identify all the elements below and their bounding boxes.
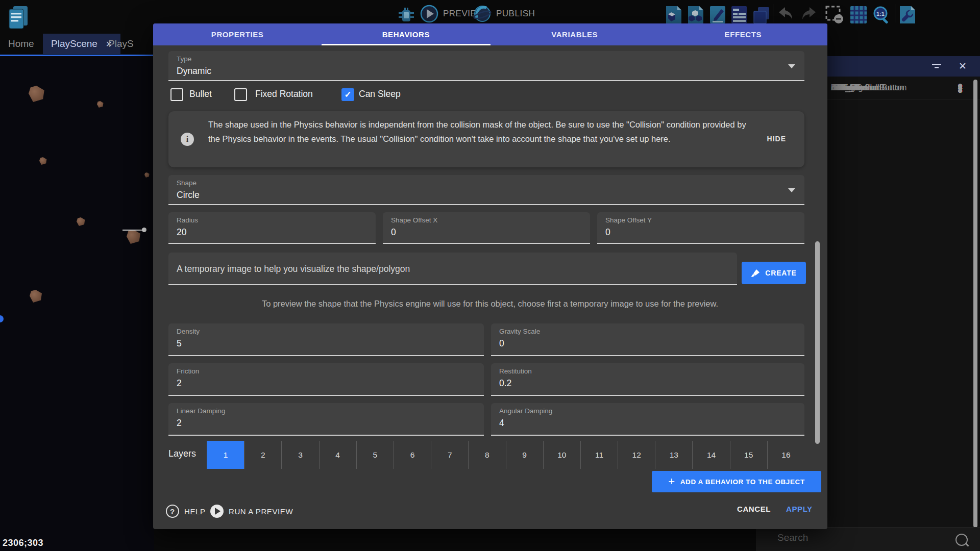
tab-properties[interactable]: PROPERTIES (153, 23, 322, 45)
layer-button[interactable]: 9 (506, 441, 543, 469)
create-button[interactable]: CREATE (742, 262, 806, 284)
layer-button[interactable]: 11 (580, 441, 618, 469)
bullet-label: Bullet (189, 89, 212, 99)
number-field[interactable]: Gravity Scale 0 (491, 323, 804, 356)
number-field[interactable]: Angular Damping 4 (491, 403, 804, 436)
info-text: The shape used in the Physics behavior i… (208, 118, 749, 146)
type-select[interactable]: Type Dynamic (168, 51, 804, 81)
objects-icon[interactable] (665, 5, 682, 24)
number-field[interactable]: Density 5 (168, 323, 484, 356)
toolbar-divider (773, 4, 773, 22)
layer-button[interactable]: 13 (655, 441, 692, 469)
project-manager-icon[interactable] (6, 4, 31, 30)
physics-props-grid: Density 5 Gravity Scale 0 Friction 2 Res… (168, 323, 804, 436)
publish-label: PUBLISH (496, 9, 535, 19)
tab-home-label: Home (8, 38, 34, 49)
layer-button[interactable]: 4 (319, 441, 356, 469)
publish-button[interactable]: PUBLISH (473, 4, 535, 23)
layers-strip: 1 2 3 4 5 6 7 8 9 10 (207, 441, 804, 469)
temp-image-field[interactable]: A temporary image to help you visualize … (168, 253, 737, 285)
events-icon[interactable] (730, 5, 748, 24)
tools-icon[interactable] (899, 5, 916, 24)
layers-label: Layers (168, 448, 196, 459)
tab-behaviors[interactable]: BEHAVIORS (322, 23, 490, 45)
layer-button[interactable]: 5 (356, 441, 394, 469)
number-field[interactable]: Restitution 0.2 (491, 363, 804, 396)
type-label: Type (177, 55, 191, 63)
number-field[interactable]: Radius 20 (168, 212, 376, 244)
hide-button[interactable]: HIDE (767, 135, 786, 143)
number-field[interactable]: Friction 2 (168, 363, 484, 396)
tab-effects[interactable]: EFFECTS (659, 23, 827, 45)
object-name: ArrowRoundButton (831, 83, 904, 93)
info-box: i The shape used in the Physics behavior… (168, 111, 804, 167)
filter-icon[interactable] (932, 62, 942, 71)
preview-icon (420, 4, 439, 23)
layer-button[interactable]: 14 (692, 441, 729, 469)
shape-value: Circle (177, 190, 200, 201)
layer-button[interactable]: 7 (431, 441, 468, 469)
gizmo-handle[interactable] (142, 228, 146, 232)
publish-icon (473, 4, 492, 23)
dialog-scrollbar[interactable] (815, 241, 820, 444)
layers-icon[interactable] (752, 5, 770, 24)
redo-icon[interactable] (799, 6, 818, 22)
can-sleep-checkbox[interactable]: ✓ (341, 88, 354, 101)
svg-text:1:1: 1:1 (876, 11, 885, 17)
layer-button[interactable]: 1 (207, 441, 244, 469)
cursor-coordinates: 2306;303 (3, 538, 43, 548)
number-field[interactable]: Linear Damping 2 (168, 403, 484, 436)
layer-button[interactable]: 8 (468, 441, 505, 469)
tab-playscene2[interactable]: PlayS (100, 34, 142, 54)
asteroid-sprite[interactable] (29, 86, 45, 102)
dialog-tab-bar: PROPERTIES BEHAVIORS VARIABLES EFFECTS (153, 23, 827, 45)
layer-button[interactable]: 16 (767, 441, 804, 469)
tab-playscene-label: PlayScene (51, 38, 97, 49)
undo-icon[interactable] (777, 6, 795, 22)
play-circle-icon (210, 505, 224, 518)
layer-button[interactable]: 12 (618, 441, 655, 469)
number-field[interactable]: Shape Offset X 0 (383, 212, 590, 244)
object-menu-icon[interactable]: ●●● (958, 84, 963, 92)
grid-icon[interactable] (849, 5, 868, 24)
mask-icon[interactable] (825, 5, 844, 24)
asteroid-sprite[interactable] (97, 101, 104, 108)
tab-playscene2-label: PlayS (108, 38, 134, 49)
zoom-1-1-icon[interactable]: 1:1 (872, 5, 891, 24)
help-button[interactable]: ? HELP (166, 505, 206, 518)
layer-button[interactable]: 3 (281, 441, 318, 469)
asteroid-sprite[interactable] (77, 217, 85, 226)
debug-icon[interactable] (397, 6, 415, 24)
bullet-checkbox[interactable] (170, 88, 183, 101)
instances-icon[interactable] (687, 5, 704, 24)
asteroid-sprite[interactable] (39, 157, 47, 165)
close-icon[interactable]: ✕ (959, 60, 967, 72)
toolbar-divider (821, 4, 821, 22)
can-sleep-label: Can Sleep (359, 89, 401, 99)
gizmo-line (122, 230, 144, 231)
search-input[interactable] (776, 532, 932, 544)
scene-canvas[interactable]: 2306;303 (0, 55, 154, 551)
apply-button[interactable]: APPLY (786, 505, 813, 513)
edit-scene-icon[interactable] (709, 5, 726, 24)
cancel-button[interactable]: CANCEL (737, 505, 771, 513)
run-preview-button[interactable]: RUN A PREVIEW (210, 505, 293, 518)
tab-variables[interactable]: VARIABLES (491, 23, 659, 45)
layer-button[interactable]: 6 (394, 441, 431, 469)
layers-row: Layers 1 2 3 4 5 6 7 8 (153, 441, 827, 469)
asteroid-sprite[interactable] (30, 290, 42, 303)
fixed-rotation-checkbox[interactable] (234, 88, 247, 101)
add-behavior-button[interactable]: + ADD A BEHAVIOR TO THE OBJECT (652, 471, 821, 492)
objects-scrollbar[interactable] (973, 80, 977, 528)
layer-button[interactable]: 15 (730, 441, 767, 469)
shape-select[interactable]: Shape Circle (168, 175, 804, 205)
tab-home[interactable]: Home (0, 34, 42, 54)
info-icon: i (181, 133, 194, 146)
number-field[interactable]: Shape Offset Y 0 (597, 212, 804, 244)
fixed-rotation-label: Fixed Rotation (255, 89, 313, 99)
layer-button[interactable]: 2 (244, 441, 281, 469)
asteroid-sprite[interactable] (144, 172, 150, 178)
asteroid-sprite[interactable] (127, 230, 141, 244)
layer-button[interactable]: 10 (543, 441, 580, 469)
preview-hint: To preview the shape that the Physics en… (174, 299, 806, 309)
